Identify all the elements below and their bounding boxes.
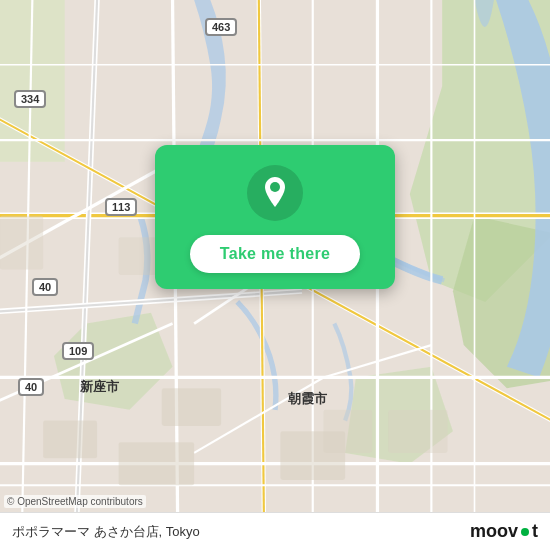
place-name: ポポラマーマ あさか台店, Tokyo xyxy=(12,523,200,541)
moovit-logo: moov t xyxy=(470,521,538,542)
copyright-text: © OpenStreetMap contributors xyxy=(4,495,146,508)
svg-rect-34 xyxy=(43,421,97,459)
moovit-logo-text2: t xyxy=(532,521,538,542)
road-badge-109: 109 xyxy=(62,342,94,360)
take-me-there-button[interactable]: Take me there xyxy=(190,235,360,273)
road-badge-334: 334 xyxy=(14,90,46,108)
svg-rect-33 xyxy=(119,442,194,485)
moovit-logo-dot xyxy=(521,528,529,536)
moovit-logo-text: moov xyxy=(470,521,518,542)
svg-rect-38 xyxy=(0,216,43,270)
svg-rect-37 xyxy=(388,410,447,453)
location-pin-icon xyxy=(247,165,303,221)
road-badge-463: 463 xyxy=(205,18,237,36)
svg-rect-40 xyxy=(324,410,373,453)
map-container: 463 334 113 40 109 40 新座市 朝霞市 Take me th… xyxy=(0,0,550,550)
road-badge-40: 40 xyxy=(32,278,58,296)
road-badge-113: 113 xyxy=(105,198,137,216)
svg-point-42 xyxy=(270,182,280,192)
card-overlay: Take me there xyxy=(155,145,395,289)
road-badge-40b: 40 xyxy=(18,378,44,396)
svg-rect-36 xyxy=(162,388,221,426)
bottom-bar: ポポラマーマ あさか台店, Tokyo moov t xyxy=(0,512,550,550)
